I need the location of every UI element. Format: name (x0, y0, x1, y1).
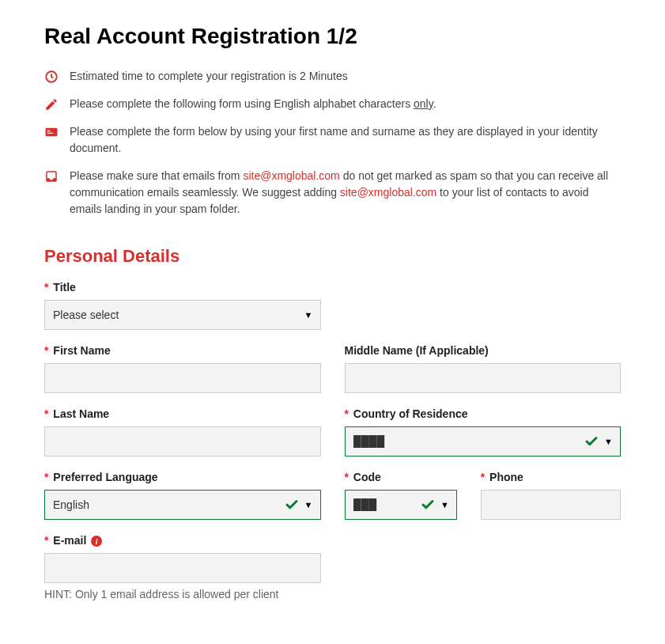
info-list: Estimated time to complete your registra… (44, 68, 621, 218)
info-item-english: Please complete the following form using… (44, 96, 621, 112)
middle-name-label: Middle Name (If Applicable) (345, 344, 622, 357)
first-name-input[interactable] (44, 363, 321, 393)
language-select[interactable]: English (44, 490, 321, 520)
title-label: * Title (44, 281, 321, 294)
id-card-icon (44, 125, 59, 139)
email-input[interactable] (44, 553, 321, 583)
info-text-english: Please complete the following form using… (70, 96, 621, 112)
country-label: * Country of Residence (345, 407, 622, 420)
middle-name-input[interactable] (345, 363, 622, 393)
language-label: * Preferred Language (44, 471, 321, 483)
phone-label: * Phone (481, 471, 621, 483)
info-item-id: Please complete the form below by using … (44, 123, 621, 157)
clock-icon (44, 70, 59, 84)
info-text-spam: Please make sure that emails from site@x… (70, 168, 621, 218)
section-title-personal: Personal Details (44, 246, 621, 267)
email-link-2[interactable]: site@xmglobal.com (340, 186, 436, 199)
info-text-id: Please complete the form below by using … (70, 123, 621, 157)
info-icon[interactable]: i (91, 536, 102, 547)
info-item-time: Estimated time to complete your registra… (44, 68, 621, 85)
email-link-1[interactable]: site@xmglobal.com (243, 169, 339, 182)
title-select[interactable]: Please select (44, 300, 321, 330)
info-item-spam: Please make sure that emails from site@x… (44, 168, 621, 218)
page-title: Real Account Registration 1/2 (44, 24, 621, 49)
info-text-time: Estimated time to complete your registra… (70, 68, 621, 85)
svg-rect-3 (47, 133, 54, 134)
first-name-label: * First Name (44, 344, 321, 357)
code-label: * Code (345, 471, 457, 483)
last-name-input[interactable] (44, 426, 321, 456)
country-select[interactable]: ████ (345, 426, 622, 456)
svg-rect-2 (47, 131, 51, 132)
email-hint: HINT: Only 1 email address is allowed pe… (44, 588, 321, 600)
email-label: * E-mail i (44, 534, 321, 547)
phone-input[interactable] (481, 490, 621, 520)
code-select[interactable]: ███ (345, 490, 457, 520)
inbox-icon (44, 169, 59, 184)
last-name-label: * Last Name (44, 407, 321, 420)
svg-rect-1 (46, 128, 58, 137)
pencil-icon (44, 97, 59, 112)
